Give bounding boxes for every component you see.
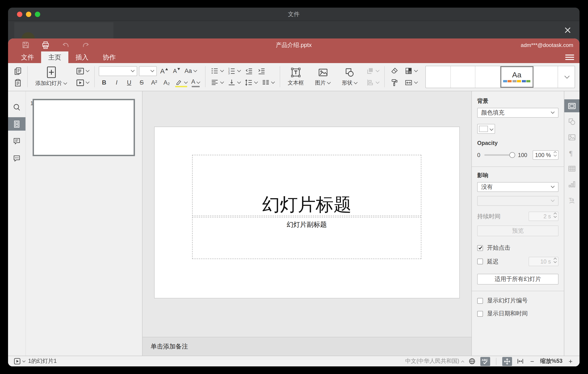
- theme-thumbnail[interactable]: [533, 66, 558, 88]
- delay-checkbox[interactable]: [477, 259, 483, 264]
- table-settings-button[interactable]: [564, 162, 579, 175]
- insert-shape-button[interactable]: 形状: [338, 65, 361, 88]
- opacity-slider-thumb[interactable]: [509, 152, 515, 158]
- insert-textbox-button[interactable]: 文本框: [284, 65, 307, 88]
- zoom-out-button[interactable]: −: [529, 357, 536, 365]
- columns-button[interactable]: [261, 77, 276, 88]
- start-preview-button[interactable]: [13, 357, 25, 365]
- effect-select[interactable]: 没有: [477, 182, 558, 192]
- shape-settings-button[interactable]: [564, 115, 579, 128]
- search-button[interactable]: [8, 100, 25, 114]
- opacity-slider[interactable]: [484, 154, 512, 156]
- slide-settings-button[interactable]: [564, 99, 579, 112]
- tab-home[interactable]: 主页: [41, 51, 68, 63]
- add-slide-button[interactable]: 添加幻灯片: [32, 65, 71, 88]
- apply-to-all-slides-button[interactable]: 适用于所有幻灯片: [477, 274, 558, 285]
- line-spacing-button[interactable]: [243, 77, 259, 88]
- bold-glyph: B: [102, 79, 106, 86]
- highlight-color-button[interactable]: [174, 77, 189, 88]
- textart-settings-button[interactable]: Ta: [564, 193, 579, 206]
- font-name-combo[interactable]: [99, 66, 137, 76]
- change-case-button[interactable]: Aa: [184, 65, 198, 77]
- change-layout-button[interactable]: [75, 65, 90, 77]
- toolbar-separator: [94, 66, 95, 87]
- effect-type-select[interactable]: [477, 196, 558, 206]
- fit-to-width-button[interactable]: [516, 357, 524, 365]
- tab-collaboration[interactable]: 协作: [96, 51, 123, 63]
- image-settings-button[interactable]: [564, 131, 579, 143]
- start-slideshow-button[interactable]: [75, 77, 90, 88]
- redo-button[interactable]: [81, 40, 91, 50]
- slide-thumbnail-1[interactable]: [33, 99, 135, 156]
- maximize-traffic-light[interactable]: [35, 12, 40, 17]
- increase-indent-button[interactable]: [256, 65, 267, 77]
- slide-title-placeholder[interactable]: 幻灯片标题: [192, 155, 421, 216]
- theme-thumbnail[interactable]: [475, 66, 500, 88]
- arrange-shapes-button[interactable]: [365, 65, 380, 77]
- theme-thumbnail[interactable]: [426, 66, 451, 88]
- notes-area[interactable]: 单击添加备注: [143, 337, 471, 356]
- font-size-combo[interactable]: [139, 66, 157, 76]
- superscript-button[interactable]: A²: [149, 77, 159, 88]
- spinner-arrows-icon[interactable]: [554, 152, 556, 156]
- document-language-button[interactable]: [468, 357, 476, 365]
- bullets-button[interactable]: [210, 65, 225, 77]
- start-on-click-checkbox[interactable]: [477, 245, 483, 251]
- slide-canvas[interactable]: 幻灯片标题 幻灯片副标题: [154, 127, 460, 298]
- spinner-arrows-icon[interactable]: [554, 258, 556, 263]
- close-editor-button[interactable]: [563, 25, 572, 35]
- theme-thumbnail-selected[interactable]: Aa: [500, 66, 533, 88]
- preview-button[interactable]: 预览: [477, 225, 558, 236]
- background-fill-select[interactable]: 颜色填充: [477, 108, 558, 118]
- save-button[interactable]: [21, 40, 30, 50]
- strikeout-button[interactable]: S: [136, 77, 147, 88]
- fit-to-slide-button[interactable]: [502, 357, 512, 366]
- vertical-align-button[interactable]: [227, 77, 242, 88]
- align-shapes-button[interactable]: [365, 77, 380, 88]
- duration-spinner[interactable]: 2 s: [529, 212, 558, 221]
- tab-file[interactable]: 文件: [14, 51, 41, 63]
- comments-button[interactable]: [8, 134, 25, 148]
- decrease-font-glyph: A: [173, 67, 177, 74]
- left-rail: [8, 91, 26, 356]
- copy-style-button[interactable]: [389, 77, 399, 88]
- zoom-in-button[interactable]: +: [567, 357, 574, 365]
- insert-image-button[interactable]: 图片: [311, 65, 334, 88]
- slide-subtitle-placeholder[interactable]: 幻灯片副标题: [192, 217, 421, 259]
- close-traffic-light[interactable]: [17, 12, 22, 17]
- print-button[interactable]: [41, 40, 51, 50]
- underline-button[interactable]: U: [124, 77, 135, 88]
- color-scheme-button[interactable]: [403, 65, 419, 77]
- spinner-arrows-icon[interactable]: [554, 213, 556, 217]
- increase-font-button[interactable]: A: [159, 65, 169, 77]
- bold-button[interactable]: B: [99, 77, 109, 88]
- numbering-button[interactable]: 123: [227, 65, 242, 77]
- spellcheck-toggle[interactable]: ABC: [480, 357, 490, 366]
- slides-panel-button[interactable]: [8, 117, 25, 131]
- slide-size-button[interactable]: [403, 77, 419, 88]
- copy-button[interactable]: [12, 65, 23, 77]
- chat-button[interactable]: [8, 151, 25, 165]
- font-color-button[interactable]: A: [190, 77, 201, 88]
- paragraph-settings-button[interactable]: ¶: [564, 146, 579, 159]
- show-date-time-checkbox[interactable]: [477, 311, 483, 317]
- paste-button[interactable]: [12, 77, 23, 88]
- undo-button[interactable]: [61, 40, 71, 50]
- delay-spinner[interactable]: 10 s: [529, 257, 558, 266]
- minimize-traffic-light[interactable]: [26, 12, 31, 17]
- theme-thumbnail[interactable]: [451, 66, 475, 88]
- subscript-button[interactable]: A₂: [161, 77, 172, 88]
- background-color-swatch[interactable]: [477, 124, 495, 134]
- opacity-spinner[interactable]: 100 %: [533, 150, 558, 160]
- clear-style-button[interactable]: [389, 65, 399, 77]
- language-selector[interactable]: 中文(中华人民共和国): [405, 357, 464, 365]
- show-slide-number-checkbox[interactable]: [477, 298, 483, 304]
- decrease-indent-button[interactable]: [243, 65, 254, 77]
- tab-insert[interactable]: 插入: [68, 51, 96, 63]
- menu-icon[interactable]: [565, 53, 574, 61]
- decrease-font-button[interactable]: A: [171, 65, 182, 77]
- italic-button[interactable]: I: [111, 77, 122, 88]
- theme-gallery-expand-button[interactable]: [558, 66, 575, 88]
- horizontal-align-button[interactable]: [210, 77, 225, 88]
- chart-settings-button[interactable]: [564, 178, 579, 191]
